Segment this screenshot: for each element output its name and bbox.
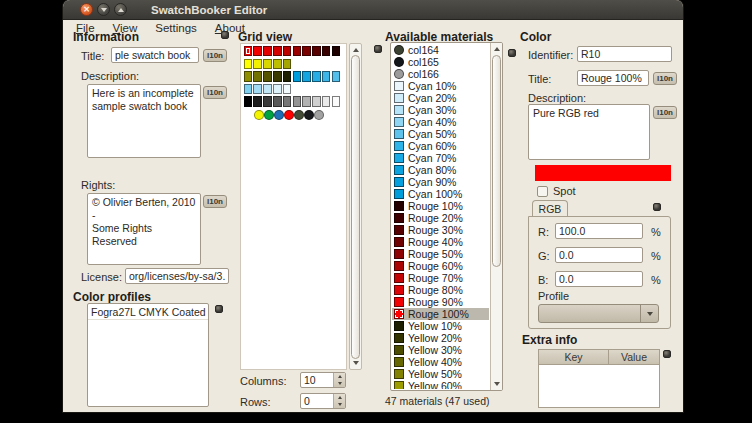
material-item[interactable]: Cyan 20% (392, 92, 489, 104)
channel-g-input[interactable] (555, 247, 643, 263)
materials-options-icon[interactable] (508, 49, 516, 57)
grid-cell[interactable] (302, 46, 311, 56)
material-item[interactable]: Yellow 20% (392, 332, 489, 344)
maximize-button[interactable] (114, 3, 127, 16)
material-item[interactable]: Yellow 10% (392, 320, 489, 332)
identifier-input[interactable] (577, 46, 672, 62)
material-item[interactable]: Cyan 30% (392, 104, 489, 116)
grid-circle-swatch[interactable] (294, 110, 305, 121)
grid-cell[interactable] (322, 71, 331, 81)
color-profiles-options-icon[interactable] (215, 305, 223, 313)
scroll-up-icon[interactable] (353, 48, 359, 52)
grid-circle-swatch[interactable] (314, 110, 325, 121)
material-item[interactable]: Rouge 40% (392, 236, 489, 248)
spin-down-icon[interactable] (338, 382, 342, 385)
tab-rgb[interactable]: RGB (532, 200, 568, 217)
material-item[interactable]: Cyan 10% (392, 80, 489, 92)
material-item[interactable]: Rouge 20% (392, 212, 489, 224)
grid-scrollbar-thumb[interactable] (351, 55, 360, 359)
dropdown-cap[interactable] (640, 305, 658, 322)
grid-cell[interactable] (244, 46, 253, 56)
spin-up-icon[interactable] (338, 375, 342, 378)
grid-cell[interactable] (273, 84, 282, 94)
material-item[interactable]: Cyan 50% (392, 128, 489, 140)
spot-checkbox[interactable] (537, 186, 548, 197)
grid-cell[interactable] (253, 71, 262, 81)
grid-circle-swatch[interactable] (274, 110, 285, 121)
grid-cell[interactable] (244, 96, 253, 106)
grid-cell[interactable] (263, 96, 272, 106)
grid-cell[interactable] (263, 84, 272, 94)
grid-cell[interactable] (312, 71, 321, 81)
grid-circle-swatch[interactable] (304, 110, 315, 121)
column-header-key[interactable]: Key (539, 350, 609, 365)
material-item[interactable]: col165 (392, 56, 489, 68)
material-item[interactable]: Yellow 60% (392, 380, 489, 389)
grid-cell[interactable] (273, 96, 282, 106)
rows-spinner[interactable] (300, 393, 346, 409)
columns-spinner[interactable] (300, 372, 346, 388)
grid-cell[interactable] (273, 71, 282, 81)
scroll-up-icon[interactable] (494, 47, 500, 51)
grid-cell[interactable] (322, 96, 331, 106)
grid-cell[interactable] (312, 96, 321, 106)
material-item[interactable]: Cyan 70% (392, 152, 489, 164)
material-item[interactable]: col166 (392, 68, 489, 80)
grid-cell[interactable] (322, 46, 331, 56)
material-item[interactable]: Yellow 30% (392, 344, 489, 356)
color-values-options-icon[interactable] (653, 203, 661, 211)
material-item[interactable]: Rouge 50% (392, 248, 489, 260)
grid-cell[interactable] (253, 96, 262, 106)
extra-info-table[interactable]: Key Value (538, 349, 660, 408)
grid-scrollbar[interactable] (349, 43, 362, 370)
scroll-down-icon[interactable] (353, 361, 359, 365)
grid-cell[interactable] (244, 71, 253, 81)
grid-cell[interactable] (273, 59, 282, 69)
grid-circle-swatch[interactable] (284, 110, 295, 121)
color-title-l10n-button[interactable]: l10n (653, 72, 677, 85)
grid-view-options-icon[interactable] (374, 45, 382, 53)
grid-circle-swatch[interactable] (254, 110, 265, 121)
material-item[interactable]: Rouge 90% (392, 296, 489, 308)
title-l10n-button[interactable]: l10n (203, 49, 227, 62)
grid-cell[interactable] (332, 96, 341, 106)
information-options-icon[interactable] (221, 31, 229, 39)
color-description-textarea[interactable]: Pure RGB red (528, 104, 650, 160)
grid-cell[interactable] (263, 46, 272, 56)
grid-cell[interactable] (312, 46, 321, 56)
grid-cell[interactable] (293, 96, 302, 106)
material-item[interactable]: Cyan 100% (392, 188, 489, 200)
grid-cell[interactable] (283, 71, 292, 81)
material-item[interactable]: Cyan 60% (392, 140, 489, 152)
extra-info-options-icon[interactable] (663, 350, 671, 358)
menu-settings[interactable]: Settings (146, 22, 206, 34)
rows-input[interactable] (301, 394, 333, 408)
material-item[interactable]: Rouge 70% (392, 272, 489, 284)
materials-scrollbar[interactable] (490, 43, 502, 390)
material-item[interactable]: Rouge 60% (392, 260, 489, 272)
minimize-button[interactable] (97, 3, 110, 16)
scroll-down-icon[interactable] (494, 382, 500, 386)
materials-scrollbar-thumb[interactable] (492, 55, 501, 267)
description-textarea[interactable]: Here is an incomplete sample swatch book (87, 84, 201, 158)
color-title-input[interactable] (577, 70, 649, 86)
material-item[interactable]: Rouge 80% (392, 284, 489, 296)
grid-cell[interactable] (244, 84, 253, 94)
grid-cell[interactable] (253, 59, 262, 69)
grid-canvas[interactable] (240, 43, 347, 370)
color-profile-item[interactable]: Fogra27L CMYK Coated Pr... (91, 306, 209, 318)
column-header-value[interactable]: Value (609, 350, 659, 365)
material-item[interactable]: col164 (392, 44, 489, 56)
grid-cell[interactable] (302, 71, 311, 81)
material-item[interactable]: Rouge 30% (392, 224, 489, 236)
color-profiles-list[interactable]: Fogra27L CMYK Coated Pr... (87, 303, 209, 407)
grid-cell[interactable] (263, 59, 272, 69)
material-item[interactable]: Cyan 80% (392, 164, 489, 176)
material-item[interactable]: Rouge 10% (392, 200, 489, 212)
title-input[interactable] (111, 47, 199, 63)
profile-dropdown[interactable] (538, 304, 659, 323)
spin-down-icon[interactable] (338, 403, 342, 406)
columns-input[interactable] (301, 373, 333, 387)
grid-cell[interactable] (244, 59, 253, 69)
grid-circle-swatch[interactable] (264, 110, 275, 121)
